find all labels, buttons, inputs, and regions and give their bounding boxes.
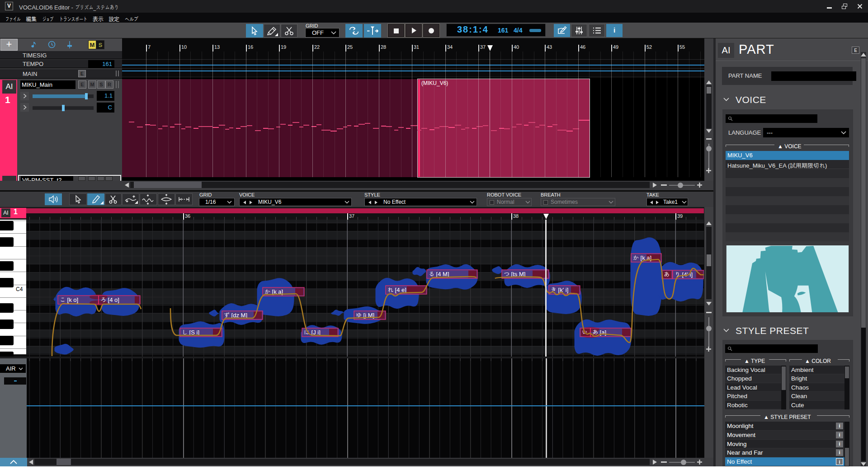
svg-text:ろ [4 o]: ろ [4 o]: [100, 296, 119, 303]
svg-text:る [4 M]: る [4 M]: [429, 271, 449, 277]
svg-text:こ [k o]: こ [k o]: [60, 296, 78, 303]
svg-text:あ: あ: [664, 271, 670, 278]
